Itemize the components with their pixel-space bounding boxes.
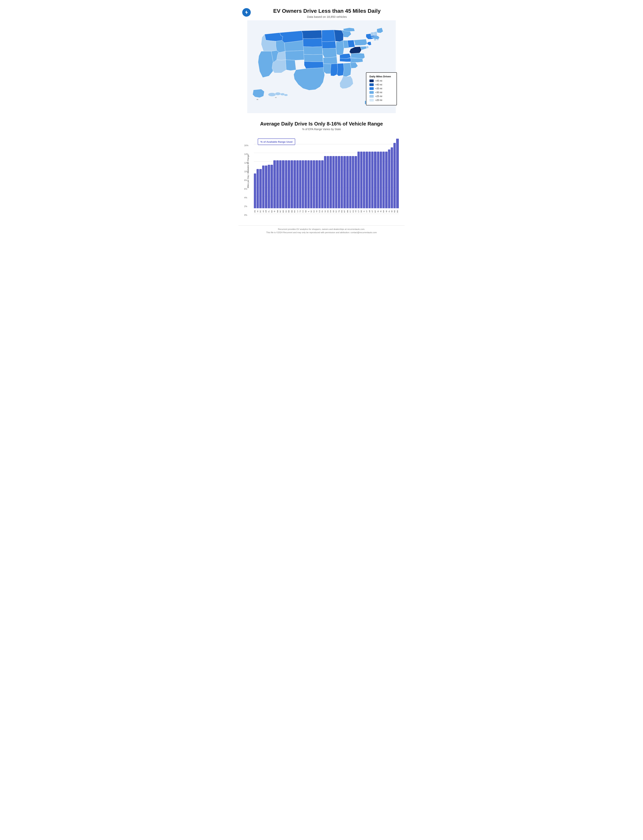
legend-item-25mi: ≈25 mi <box>369 95 393 98</box>
bar-RI <box>377 152 379 208</box>
grid-label-8: 8% <box>244 179 247 181</box>
bars-row: PRHIDCAKORFLWAIDNMNCMONVMEMDMALATXCANEIL… <box>254 137 399 214</box>
bar-col-ND: ND <box>393 143 396 214</box>
bar-col-RI: RI <box>377 152 379 214</box>
bar-col-MT: MT <box>343 156 346 214</box>
legend-label-45: ≈45 mi <box>375 80 382 82</box>
bar-col-NJ: NJ <box>324 156 326 214</box>
bar-NH <box>382 152 385 208</box>
bar-col-NM: NM <box>276 160 279 214</box>
bar-VA <box>315 160 318 208</box>
bar-col-KY: KY <box>349 156 351 214</box>
bar-NE <box>305 160 307 208</box>
svg-point-4 <box>284 94 288 96</box>
bar-MO <box>282 160 285 208</box>
bar-col-CA: CA <box>302 160 304 214</box>
bar-MN <box>346 156 349 208</box>
grid-label-6: 6% <box>244 188 247 190</box>
bar-col-SD: SD <box>332 156 335 214</box>
bar-col-WV: WV <box>396 139 399 214</box>
bar-CA <box>302 160 304 208</box>
bar-IA <box>363 152 365 208</box>
grid-label-10: 10% <box>244 170 248 173</box>
bar-col-WI: WI <box>391 147 393 214</box>
legend-swatch-25 <box>369 95 374 98</box>
bar-col-IN: IN <box>380 152 382 214</box>
bar-ID <box>273 160 276 208</box>
legend-swatch-40 <box>369 83 374 86</box>
bar-col-PA: PA <box>321 160 323 214</box>
bar-NJ <box>324 156 326 208</box>
bar-col-NE: NE <box>305 160 307 214</box>
bar-OH <box>330 156 332 208</box>
footer: Recurrent provides EV analytics for shop… <box>238 226 405 234</box>
bar-MD <box>290 160 293 208</box>
bar-KS <box>352 156 354 208</box>
bar-col-SC: SC <box>310 160 312 214</box>
bar-TN <box>338 156 340 208</box>
bar-WI <box>391 147 393 208</box>
legend-label-30: ≈30 mi <box>375 91 382 94</box>
bar-col-MD: MD <box>290 160 293 214</box>
bar-col-GA: GA <box>313 160 315 214</box>
legend-label-40: ≈40 mi <box>375 83 382 86</box>
bar-ME <box>288 160 290 208</box>
bar-FL <box>268 165 270 208</box>
bar-col-MI: MI <box>385 152 387 214</box>
chart-canvas: % of Available Range Used 0%2%4%6%8%10%1… <box>254 137 399 214</box>
bar-LA <box>296 160 299 208</box>
grid-label-0: 0% <box>244 214 247 216</box>
chart-section: Average Daily Drive Is Only 8-16% of Veh… <box>238 115 405 222</box>
legend-label-25: ≈25 mi <box>375 95 382 98</box>
bar-col-WA: WA <box>271 165 273 214</box>
bar-NC <box>279 160 281 208</box>
legend-label-20: ≈20 mi <box>375 99 382 101</box>
bar-OK <box>327 156 329 208</box>
bar-OR <box>265 165 268 208</box>
bar-col-OR: OR <box>265 165 268 214</box>
bar-col-MS: MS <box>341 156 343 214</box>
bar-MT <box>343 156 346 208</box>
bar-col-NH: NH <box>382 152 385 214</box>
svg-point-1 <box>268 93 276 96</box>
svg-text:HI: HI <box>275 96 276 98</box>
bar-GA <box>313 160 315 208</box>
bar-SD <box>332 156 335 208</box>
grid-label-16: 16% <box>244 144 248 147</box>
bar-AK <box>262 165 264 208</box>
bar-col-ID: ID <box>273 160 276 214</box>
bar-MS <box>341 156 343 208</box>
map-subtitle: Data based on 18,850 vehicles <box>253 15 401 18</box>
chart-subtitle: % of EPA Range Varies by State <box>242 127 401 131</box>
grid-label-4: 4% <box>244 196 247 199</box>
bar-AL <box>388 149 390 208</box>
bar-col-LA: LA <box>296 160 299 214</box>
bar-AZ <box>354 156 357 208</box>
legend-swatch-45 <box>369 80 374 82</box>
svg-point-2 <box>275 92 281 95</box>
grid-label-14: 14% <box>244 153 248 155</box>
bar-col-AZ: AZ <box>354 156 357 214</box>
bar-col-VA: VA <box>315 160 318 214</box>
legend-item-30mi: ≈30 mi <box>369 91 393 94</box>
bar-AR <box>369 152 371 208</box>
bar-col-DE: DE <box>360 152 362 214</box>
bar-col-FL: FL <box>268 165 270 214</box>
bar-WY <box>374 152 377 208</box>
bar-MA <box>294 160 296 208</box>
legend-item-35mi: ≈35 mi <box>369 87 393 90</box>
chart-title: Average Daily Drive Is Only 8-16% of Veh… <box>242 121 401 127</box>
bar-col-VT: VT <box>366 152 368 214</box>
map-legend-title: Daily Miles Driven <box>369 75 393 78</box>
bar-IL <box>307 160 310 208</box>
chart-area: Miles per Day / Available EV Range % of … <box>242 135 401 220</box>
map-section: EV Owners Drive Less than 45 Miles Daily… <box>238 4 405 115</box>
bar-col-OH: OH <box>330 156 332 214</box>
grid-label-2: 2% <box>244 205 247 208</box>
bar-col-NY: NY <box>335 156 337 214</box>
bar-col-TN: TN <box>338 156 340 214</box>
bar-col-AR: AR <box>369 152 371 214</box>
bar-col-MN: MN <box>346 156 349 214</box>
bar-col-UT: UT <box>371 152 374 214</box>
bar-PA <box>321 160 323 208</box>
